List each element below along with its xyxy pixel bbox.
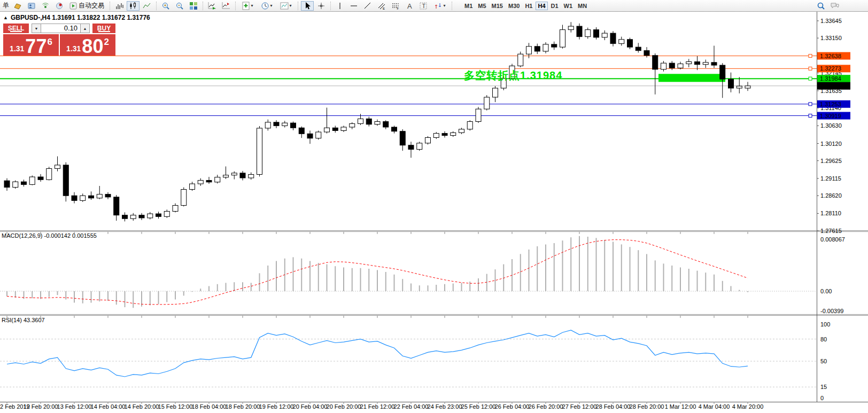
price-tick-label: 1.28110 — [820, 210, 841, 216]
text-label-button[interactable]: T — [417, 1, 430, 11]
buy-price-box[interactable]: 1.31 80 2 — [60, 34, 115, 56]
autotrading-button[interactable]: 自动交易 — [67, 1, 107, 11]
candle-body — [291, 123, 296, 128]
candle-body — [265, 122, 270, 128]
timeframe-M5[interactable]: M5 — [476, 2, 488, 10]
volume-down-stepper[interactable]: ▼ — [32, 24, 41, 33]
line-handle[interactable] — [809, 114, 812, 118]
candle-body — [215, 177, 220, 182]
trendline-button[interactable] — [361, 1, 374, 11]
triangle-up-icon: ▲ — [83, 27, 87, 30]
candle-body — [122, 215, 128, 219]
candle-body — [63, 165, 68, 196]
candle-body — [274, 122, 279, 126]
market-icon — [55, 2, 64, 10]
candle-body — [198, 181, 203, 184]
candle-body — [72, 196, 77, 200]
periods-button[interactable]: ▾ — [258, 1, 276, 11]
candle-body — [139, 215, 144, 218]
templates-button[interactable]: ▾ — [277, 1, 295, 11]
tile-windows-button[interactable] — [187, 1, 200, 11]
horizontal-line-button[interactable] — [347, 1, 360, 11]
auto-scroll-button[interactable] — [206, 1, 219, 11]
time-axis-label: 14 Feb 04:00 — [91, 403, 126, 410]
line-chart-icon — [143, 2, 151, 10]
crosshair-icon — [317, 2, 326, 10]
symbol-ohlc-line: GBPUSD-,H4 1.31691 1.31822 1.31672 1.317… — [11, 14, 150, 21]
line-handle[interactable] — [809, 103, 812, 106]
toolbar-grip — [452, 2, 452, 10]
highlight-rectangle[interactable] — [658, 74, 725, 82]
line-handle[interactable] — [809, 77, 812, 80]
price-tick-label: 1.33645 — [820, 18, 842, 24]
chat-button[interactable] — [828, 1, 841, 11]
candle-body — [518, 54, 523, 66]
vertical-line-button[interactable] — [334, 1, 346, 11]
time-axis-label: 13 Feb 12:00 — [57, 403, 92, 410]
text-icon: A — [405, 2, 414, 10]
timeframe-H4[interactable]: H4 — [536, 2, 547, 10]
indicators-button[interactable]: ▾ — [238, 1, 257, 11]
time-axis-label: 24 Feb 23:00 — [428, 403, 462, 410]
bar-chart-button[interactable] — [113, 1, 126, 11]
signals-button[interactable] — [39, 1, 52, 11]
line-chart-button[interactable] — [141, 1, 153, 11]
candlestick-chart-button[interactable] — [127, 1, 140, 11]
workspace-button[interactable] — [11, 1, 24, 11]
collapse-panel-icon[interactable]: ▲ — [3, 15, 8, 20]
chart-shift-button[interactable] — [220, 1, 232, 11]
time-axis-label: 28 Feb 20:00 — [630, 403, 664, 410]
time-axis-label: 12 Feb 20:00 — [24, 403, 58, 410]
candle-body — [358, 119, 363, 123]
price-tick-label: 1.29115 — [820, 175, 841, 182]
candle-body — [425, 137, 431, 143]
line-handle[interactable] — [809, 67, 812, 70]
candle-body — [341, 127, 346, 131]
candle-body — [602, 33, 607, 37]
toolbar-grip — [203, 2, 203, 10]
chart-shift-icon — [222, 2, 230, 10]
candle-body — [240, 173, 245, 178]
equidistant-channel-button[interactable]: E — [375, 1, 388, 11]
arrows-button[interactable]: ▾ — [431, 1, 449, 11]
candle-body — [316, 132, 321, 138]
time-axis-label: 25 Feb 12:00 — [461, 403, 496, 410]
timeframe-D1[interactable]: D1 — [549, 2, 561, 10]
zoom-in-button[interactable] — [159, 1, 172, 11]
volume-input[interactable]: 0.10 — [41, 24, 80, 33]
profiles-button[interactable] — [25, 1, 38, 11]
market-button[interactable] — [53, 1, 66, 11]
buy-button[interactable]: BUY — [92, 24, 115, 33]
volume-up-stepper[interactable]: ▲ — [80, 24, 90, 33]
time-axis-label: 18 Feb 20:00 — [226, 403, 260, 410]
crosshair-button[interactable] — [315, 1, 328, 11]
new-order-button[interactable]: 单 — [1, 1, 11, 10]
triangle-down-icon: ▼ — [35, 27, 38, 30]
signal-icon — [41, 2, 50, 10]
sell-price-box[interactable]: 1.31 77 6 — [3, 34, 59, 56]
candle-body — [97, 194, 102, 198]
search-button[interactable] — [815, 1, 827, 11]
timeframe-W1[interactable]: W1 — [562, 2, 575, 10]
timeframe-M1[interactable]: M1 — [462, 2, 475, 10]
candle-body — [181, 190, 187, 206]
cursor-button[interactable] — [301, 1, 314, 11]
timeframe-MN[interactable]: MN — [576, 2, 589, 10]
buy-price-sup: 2 — [104, 37, 108, 48]
sell-button[interactable]: SELL — [3, 24, 29, 33]
candle-body — [560, 30, 565, 48]
timeframe-M30[interactable]: M30 — [506, 2, 522, 10]
line-handle[interactable] — [809, 54, 812, 58]
candle-body — [433, 134, 439, 138]
candle-body — [703, 63, 708, 65]
price-tag-label: 1.31984 — [820, 75, 841, 82]
channel-icon: E — [377, 2, 386, 10]
timeframe-M15[interactable]: M15 — [490, 2, 505, 10]
candle-body — [534, 46, 540, 51]
text-button[interactable]: A — [403, 1, 416, 11]
zoom-out-button[interactable] — [173, 1, 186, 11]
macd-axis-label: 0.00 — [820, 288, 832, 294]
fibonacci-button[interactable]: F — [389, 1, 402, 11]
timeframe-H1[interactable]: H1 — [523, 2, 534, 10]
candle-body — [130, 215, 136, 219]
